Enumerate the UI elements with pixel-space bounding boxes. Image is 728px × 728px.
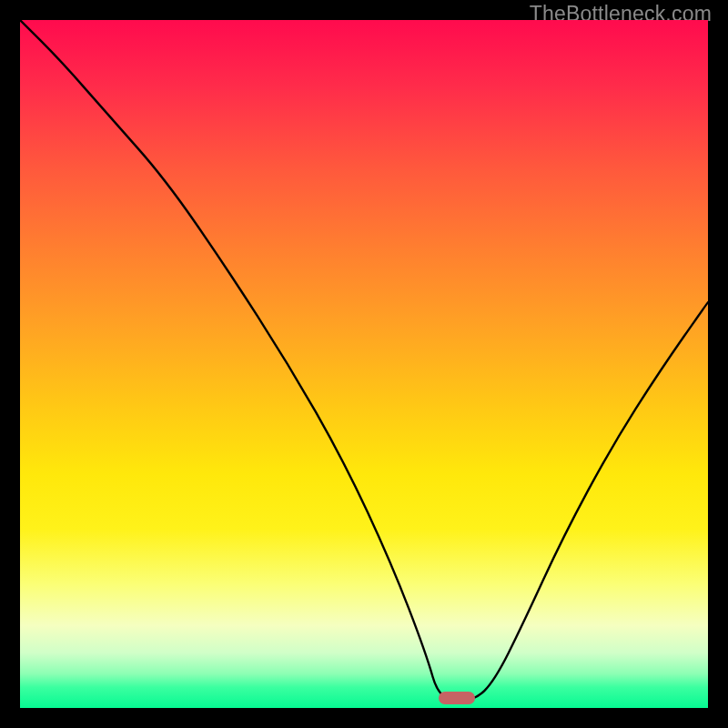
chart-frame: TheBottleneck.com [0,0,728,728]
plot-area [20,20,708,708]
optimal-marker [439,692,475,704]
bottleneck-curve [20,20,708,708]
